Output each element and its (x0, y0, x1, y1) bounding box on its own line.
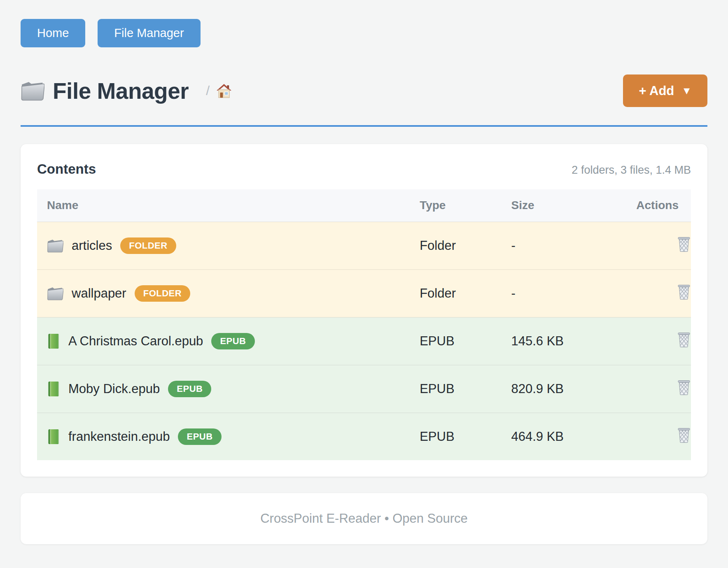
delete-button[interactable] (677, 379, 691, 396)
header-divider (21, 125, 707, 127)
file-type-cell: Folder (410, 222, 501, 270)
delete-button[interactable] (677, 332, 691, 349)
file-size-cell: 145.6 KB (501, 317, 619, 365)
file-name-link[interactable]: articles (72, 238, 112, 253)
delete-button[interactable] (677, 427, 691, 444)
nav-file-manager-button[interactable]: File Manager (98, 19, 200, 47)
column-header-type: Type (410, 189, 501, 222)
file-name-link[interactable]: A Christmas Carol.epub (68, 334, 203, 349)
file-type-badge: EPUB (168, 381, 211, 397)
file-size-cell: 820.9 KB (501, 365, 619, 413)
top-nav: Home File Manager (21, 19, 707, 47)
delete-button[interactable] (677, 284, 691, 301)
house-icon[interactable] (216, 84, 232, 98)
trash-icon (677, 379, 691, 395)
green-book-icon (47, 381, 60, 397)
table-row: Moby Dick.epub EPUB EPUB 820.9 KB (37, 365, 691, 413)
file-name-link[interactable]: wallpaper (72, 286, 126, 301)
table-row: frankenstein.epub EPUB EPUB 464.9 KB (37, 413, 691, 460)
breadcrumb-separator: / (206, 83, 210, 98)
folder-icon (47, 286, 63, 300)
table-row: wallpaper FOLDER Folder - (37, 270, 691, 317)
caret-down-icon: ▼ (681, 86, 692, 96)
contents-table: Name Type Size Actions articles (37, 189, 691, 460)
folder-icon (47, 239, 63, 253)
page-title: File Manager (53, 78, 189, 104)
file-type-badge: FOLDER (120, 237, 176, 254)
trash-icon (677, 427, 691, 443)
trash-icon (677, 284, 691, 300)
green-book-icon (47, 333, 60, 349)
column-header-actions: Actions (619, 189, 691, 222)
file-name-link[interactable]: Moby Dick.epub (68, 382, 160, 396)
file-type-cell: EPUB (410, 317, 501, 365)
file-name-link[interactable]: frankenstein.epub (68, 429, 170, 444)
contents-summary: 2 folders, 3 files, 1.4 MB (572, 164, 691, 177)
file-type-cell: Folder (410, 270, 501, 317)
file-type-badge: EPUB (211, 333, 254, 349)
file-size-cell: - (501, 270, 619, 317)
file-size-cell: 464.9 KB (501, 413, 619, 460)
table-row: articles FOLDER Folder - (37, 222, 691, 270)
contents-heading: Contents (37, 161, 96, 177)
column-header-size: Size (501, 189, 619, 222)
footer-text: CrossPoint E-Reader • Open Source (260, 511, 468, 526)
contents-card-header: Contents 2 folders, 3 files, 1.4 MB (37, 161, 691, 177)
table-row: A Christmas Carol.epub EPUB EPUB 145.6 K… (37, 317, 691, 365)
file-manager-page: Home File Manager File Manager / (0, 0, 728, 544)
folder-icon (21, 81, 44, 101)
footer: CrossPoint E-Reader • Open Source (21, 493, 707, 544)
trash-icon (677, 236, 691, 252)
delete-button[interactable] (677, 236, 691, 253)
trash-icon (677, 332, 691, 347)
green-book-icon (47, 429, 60, 445)
file-type-badge: FOLDER (135, 285, 190, 302)
breadcrumb: / (206, 83, 232, 98)
file-size-cell: - (501, 222, 619, 270)
table-header-row: Name Type Size Actions (37, 189, 691, 222)
contents-card: Contents 2 folders, 3 files, 1.4 MB Name… (21, 144, 707, 477)
file-type-cell: EPUB (410, 413, 501, 460)
add-button-label: + Add (639, 84, 674, 97)
file-type-badge: EPUB (178, 428, 221, 445)
column-header-name: Name (37, 189, 410, 222)
nav-home-button[interactable]: Home (21, 19, 85, 47)
page-header: File Manager / + Add ▼ (21, 74, 707, 107)
file-type-cell: EPUB (410, 365, 501, 413)
add-button[interactable]: + Add ▼ (623, 74, 707, 107)
